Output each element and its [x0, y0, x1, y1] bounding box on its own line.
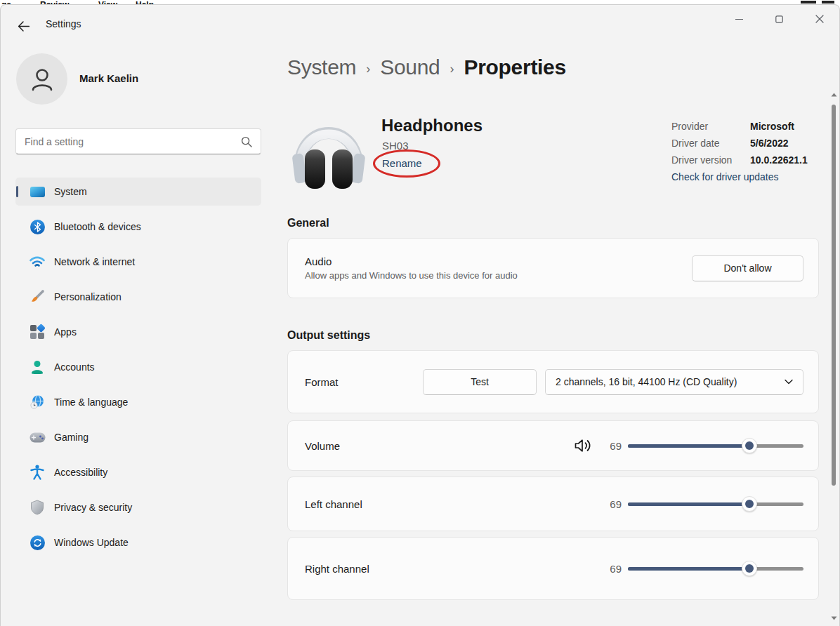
provider-value: Microsoft [750, 121, 794, 132]
user-name: Mark Kaelin [79, 72, 138, 84]
close-icon [815, 15, 824, 23]
driver-info: Provider Microsoft Driver date 5/6/2022 … [671, 118, 808, 182]
chevron-right-icon: › [366, 59, 370, 76]
sidebar-item-gaming[interactable]: Gaming [15, 423, 261, 451]
check-driver-updates-link[interactable]: Check for driver updates [671, 171, 808, 182]
audio-row-text: Audio Allow apps and Windows to use this… [305, 255, 518, 281]
sidebar-item-windows-update[interactable]: Windows Update [15, 528, 261, 557]
window-title: Settings [46, 18, 81, 29]
audio-description: Allow apps and Windows to use this devic… [305, 270, 518, 281]
sidebar-item-network-internet[interactable]: Network & internet [15, 248, 261, 276]
sidebar-nav: System Bluetooth & devices Network & int… [15, 178, 261, 564]
headphones-image [289, 107, 369, 196]
bluetooth-icon [29, 218, 46, 235]
sidebar-item-system[interactable]: System [15, 178, 261, 206]
breadcrumb-properties: Properties [464, 55, 565, 79]
globe-clock-icon [29, 394, 46, 411]
sidebar-item-label: Apps [54, 326, 77, 338]
window-controls [719, 5, 839, 36]
provider-label: Provider [671, 121, 750, 132]
sidebar-item-bluetooth-devices[interactable]: Bluetooth & devices [15, 213, 261, 241]
breadcrumb-sound[interactable]: Sound [380, 55, 440, 79]
maximize-icon [775, 15, 783, 23]
driver-date-value: 5/6/2022 [750, 138, 789, 149]
right-channel-slider-group: 69 [602, 561, 803, 576]
left-channel-value: 69 [602, 498, 622, 510]
driver-date-label: Driver date [671, 138, 750, 149]
sidebar-item-label: Bluetooth & devices [54, 221, 141, 232]
right-channel-card: Right channel 69 [287, 537, 819, 600]
system-icon [29, 183, 46, 200]
volume-slider-thumb[interactable] [742, 438, 757, 453]
rename-link[interactable]: Rename [382, 157, 422, 169]
sidebar-item-accessibility[interactable]: Accessibility [15, 458, 261, 486]
back-button[interactable] [13, 16, 33, 36]
right-channel-slider[interactable] [628, 561, 803, 576]
wifi-icon [29, 253, 46, 270]
scrollbar[interactable] [829, 91, 838, 622]
update-icon [29, 534, 46, 551]
volume-card: Volume 69 [287, 420, 819, 471]
sidebar-item-time-language[interactable]: Time & language [15, 388, 261, 416]
sidebar-item-label: Accounts [54, 361, 95, 373]
format-card: Format Test 2 channels, 16 bit, 44100 Hz… [287, 350, 819, 413]
driver-version-label: Driver version [671, 154, 750, 166]
accessibility-icon [29, 464, 46, 481]
breadcrumb-system[interactable]: System [287, 55, 356, 79]
general-heading: General [287, 217, 329, 229]
selected-indicator [16, 186, 18, 197]
background-smudge [822, 1, 834, 4]
search-box[interactable] [15, 128, 261, 154]
maximize-button[interactable] [759, 5, 799, 33]
chevron-right-icon: › [449, 59, 454, 76]
device-model: SH03 [382, 140, 409, 152]
search-input[interactable] [25, 136, 241, 147]
paintbrush-icon [29, 288, 46, 305]
sidebar-item-label: Gaming [54, 432, 88, 443]
left-channel-slider-thumb[interactable] [742, 496, 757, 512]
device-name: Headphones [381, 116, 483, 135]
apps-icon [29, 324, 46, 340]
back-arrow-icon [18, 21, 29, 32]
sidebar-item-label: Windows Update [54, 537, 129, 548]
left-channel-slider-group: 69 [602, 496, 803, 512]
scroll-up-arrow[interactable] [829, 91, 838, 99]
minimize-button[interactable] [719, 5, 759, 33]
chevron-down-icon [785, 379, 793, 385]
left-channel-label: Left channel [305, 498, 362, 510]
test-button[interactable]: Test [423, 369, 537, 395]
volume-slider-group: 69 [574, 437, 803, 454]
scrollbar-thumb[interactable] [832, 105, 836, 486]
sidebar-item-label: Time & language [54, 397, 128, 408]
driver-version-value: 10.0.22621.1 [750, 154, 808, 166]
dont-allow-button[interactable]: Don't allow [692, 255, 803, 281]
settings-window: Settings Mark Kaelin System [0, 4, 840, 626]
breadcrumb: System › Sound › Properties [287, 55, 566, 79]
volume-slider[interactable] [628, 438, 803, 453]
format-dropdown[interactable]: 2 channels, 16 bit, 44100 Hz (CD Quality… [545, 369, 803, 395]
audio-title: Audio [305, 255, 518, 267]
search-icon [241, 136, 252, 147]
scroll-down-arrow[interactable] [829, 614, 838, 622]
right-channel-slider-thumb[interactable] [742, 561, 757, 576]
avatar [16, 53, 67, 105]
sidebar-item-personalization[interactable]: Personalization [15, 283, 261, 311]
sidebar-item-privacy-security[interactable]: Privacy & security [15, 493, 261, 521]
close-button[interactable] [799, 5, 839, 33]
minimize-icon [735, 15, 743, 23]
left-channel-card: Left channel 69 [287, 477, 819, 531]
sidebar-item-label: Network & internet [54, 256, 135, 267]
sidebar-item-label: System [54, 186, 87, 197]
background-smudge [801, 1, 816, 4]
sidebar-item-accounts[interactable]: Accounts [15, 353, 261, 381]
shield-icon [29, 499, 46, 516]
gamepad-icon [29, 429, 46, 446]
sidebar-item-apps[interactable]: Apps [15, 318, 261, 346]
speaker-icon [574, 437, 593, 454]
sidebar-item-label: Accessibility [54, 467, 107, 478]
person-icon [27, 65, 57, 94]
right-channel-label: Right channel [305, 563, 369, 575]
sidebar-item-label: Personalization [54, 291, 122, 302]
left-channel-slider[interactable] [628, 496, 803, 512]
sidebar-item-label: Privacy & security [54, 502, 132, 513]
